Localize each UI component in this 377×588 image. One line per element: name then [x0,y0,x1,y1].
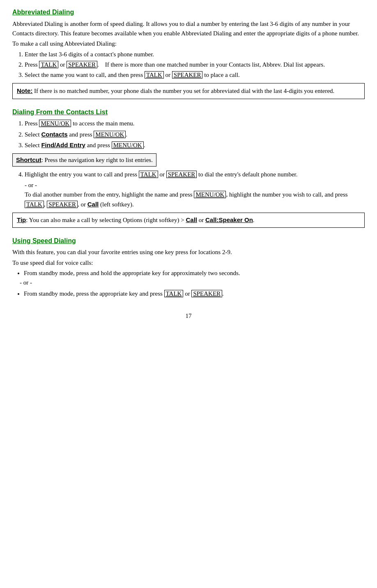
speed-bullet-1: From standby mode, press and hold the ap… [24,269,365,288]
note-label: Note: [17,87,32,94]
shortcut-box-wrapper: Shortcut: Press the navigation key right… [12,152,365,168]
speaker-key-4: SPEAKER [47,201,78,208]
talk-key-4: TALK [25,201,44,208]
tip-box: Tip: You can also make a call by selecti… [12,213,365,227]
speed-bullet-2-text: From standby mode, press the appropriate… [24,290,224,297]
contacts-step-3-text: Select Find/Add Entry and press MENU/OK. [25,142,145,148]
contacts-step-4-list: Highlight the entry you want to call and… [25,170,365,209]
step-2-text: Press TALK or SPEAKER. If there is more … [25,61,325,68]
talk-key-1: TALK [39,61,58,68]
note-text: If there is no matched number, your phon… [34,88,334,94]
contacts-step-4b: To dial another number from the entry, h… [25,190,365,210]
find-add-label: Find/Add Entry [41,141,85,148]
contacts-step-4b-text: To dial another number from the entry, h… [25,191,348,208]
or-text-2: - or - [20,279,32,286]
dialing-contacts-title: Dialing From the Contacts List [12,107,365,118]
speaker-key-3: SPEAKER [166,171,197,178]
contacts-step-2: Select Contacts and press MENU/OK. [25,130,365,139]
speed-bullet-1-text: From standby mode, press and hold the ap… [24,270,240,276]
menu-ok-key-2: MENU/OK [94,131,126,138]
or-text-1: - or - [25,182,37,188]
speed-bullet-2: From standby mode, press the appropriate… [24,289,365,299]
dialing-contacts-section: Dialing From the Contacts List Press MEN… [12,107,365,228]
contacts-step-4-text: Highlight the entry you want to call and… [25,171,298,178]
contacts-step-1: Press MENU/OK to access the main menu. [25,119,365,128]
page-number: 17 [12,311,365,321]
speaker-key-2: SPEAKER [172,71,203,79]
step-1-text: Enter the last 3‑6 digits of a contact's… [25,51,154,58]
speed-dialing-title: Using Speed Dialing [12,236,365,246]
tip-label: Tip [17,216,26,223]
speaker-key-1: SPEAKER [67,61,97,68]
tip-text: : You can also make a call by selecting … [26,217,254,223]
shortcut-text: : Press the navigation key right to list… [41,157,153,163]
contacts-step-4: Highlight the entry you want to call and… [25,170,365,209]
call-speaker-on-label: Call:Speaker On [205,216,253,223]
shortcut-label: Shortcut [16,156,41,163]
menu-ok-key-1: MENU/OK [39,120,71,127]
speed-dialing-bullets: From standby mode, press and hold the ap… [24,269,365,299]
abbreviated-dialing-steps: Enter the last 3‑6 digits of a contact's… [25,50,365,80]
contacts-label: Contacts [41,131,67,138]
step-2: Press TALK or SPEAKER. If there is more … [25,60,365,69]
or-separator-1: - or - [25,180,365,190]
or-separator-2: - or - [20,278,365,287]
speed-dialing-section: Using Speed Dialing With this feature, y… [12,236,365,299]
contacts-step-3: Select Find/Add Entry and press MENU/OK. [25,140,365,150]
abbreviated-dialing-note: Note: If there is no matched number, you… [12,83,365,99]
menu-ok-key-4: MENU/OK [194,191,226,198]
contacts-step-2-text: Select Contacts and press MENU/OK. [25,131,127,138]
contacts-step-1-text: Press MENU/OK to access the main menu. [25,120,135,127]
call-label: Call [87,201,99,208]
talk-key-2: TALK [145,71,164,79]
abbreviated-dialing-title: Abbreviated Dialing [12,7,365,18]
shortcut-box: Shortcut: Press the navigation key right… [12,153,156,167]
talk-key-3: TALK [139,171,158,178]
step-3-text: Select the name you want to call, and th… [25,71,240,79]
abbreviated-dialing-intro: Abbreviated Dialing is another form of s… [12,19,365,39]
talk-key-5: TALK [164,290,184,297]
abbreviated-dialing-section: Abbreviated Dialing Abbreviated Dialing … [12,7,365,99]
speed-dialing-howto: To use speed dial for voice calls: [12,258,365,268]
speed-dialing-intro: With this feature, you can dial your fav… [12,248,365,257]
step-3: Select the name you want to call, and th… [25,70,365,80]
abbreviated-dialing-howto: To make a call using Abbreviated Dialing… [12,39,365,49]
step-1: Enter the last 3‑6 digits of a contact's… [25,50,365,59]
call-option-label: Call [186,216,197,223]
dialing-contacts-steps: Press MENU/OK to access the main menu. S… [25,119,365,150]
speaker-key-5: SPEAKER [191,290,222,297]
menu-ok-key-3: MENU/OK [112,141,144,149]
